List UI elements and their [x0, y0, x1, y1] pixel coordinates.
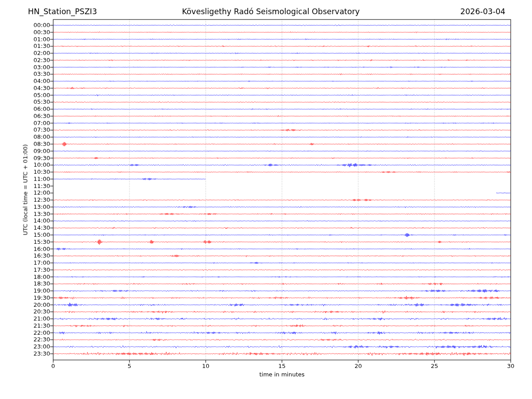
y-tick-label: 14:30: [13, 224, 50, 231]
y-tick-label: 06:00: [13, 106, 50, 113]
y-tick-label: 15:30: [13, 239, 50, 246]
y-tick-label: 16:30: [13, 252, 50, 259]
y-tick-label: 17:00: [13, 259, 50, 266]
x-tick-label: 20: [347, 363, 369, 370]
y-tick-label: 12:00: [13, 189, 50, 196]
y-tick-label: 07:00: [13, 120, 50, 127]
x-axis-label: time in minutes: [259, 371, 305, 378]
y-tick-label: 08:00: [13, 133, 50, 141]
y-tick-label: 04:00: [13, 78, 50, 85]
y-tick-label: 21:00: [13, 315, 50, 322]
x-tick-label: 30: [500, 363, 522, 370]
y-tick-label: 03:30: [13, 70, 50, 78]
y-tick-label: 13:00: [13, 203, 50, 211]
y-tick-label: 18:30: [13, 280, 50, 287]
observatory-title: Kövesligethy Radó Seismological Observat…: [138, 7, 404, 16]
y-tick-label: 02:30: [13, 57, 50, 64]
y-tick-label: 19:30: [13, 294, 50, 301]
y-tick-label: 04:30: [13, 85, 50, 92]
y-tick-label: 22:30: [13, 336, 50, 343]
y-tick-label: 14:00: [13, 217, 50, 224]
y-tick-label: 09:30: [13, 155, 50, 162]
y-tick-label: 20:30: [13, 308, 50, 315]
y-tick-label: 22:00: [13, 329, 50, 336]
y-tick-label: 05:00: [13, 92, 50, 99]
y-tick-label: 05:30: [13, 98, 50, 106]
y-tick-label: 07:30: [13, 126, 50, 133]
y-tick-label: 19:00: [13, 287, 50, 294]
y-tick-label: 11:30: [13, 183, 50, 190]
y-tick-label: 16:00: [13, 246, 50, 253]
y-tick-label: 08:30: [13, 141, 50, 148]
y-tick-label: 10:00: [13, 161, 50, 168]
x-tick-label: 10: [195, 363, 217, 370]
y-tick-label: 00:30: [13, 29, 50, 36]
y-tick-label: 01:30: [13, 43, 50, 50]
y-tick-label: 03:00: [13, 64, 50, 71]
y-tick-label: 06:30: [13, 113, 50, 120]
y-tick-label: 02:00: [13, 50, 50, 57]
y-tick-label: 18:00: [13, 274, 50, 281]
x-tick-label: 0: [42, 363, 64, 370]
x-tick-label: 15: [271, 363, 293, 370]
y-tick-label: 23:30: [13, 350, 50, 357]
y-tick-label: 12:30: [13, 196, 50, 203]
y-tick-label: 10:30: [13, 168, 50, 176]
y-tick-label: 13:30: [13, 211, 50, 218]
y-tick-label: 15:00: [13, 231, 50, 239]
x-tick-label: 25: [423, 363, 446, 370]
y-tick-label: 00:00: [13, 22, 50, 29]
date-label: 2026-03-04: [443, 7, 505, 16]
y-tick-label: 23:00: [13, 343, 50, 350]
y-tick-label: 17:30: [13, 266, 50, 274]
y-tick-label: 20:00: [13, 301, 50, 309]
y-tick-label: 11:00: [13, 176, 50, 183]
helicorder-canvas: [0, 0, 532, 399]
y-tick-label: 21:30: [13, 322, 50, 329]
y-tick-label: 01:00: [13, 36, 50, 43]
station-title: HN_Station_PSZI3: [28, 7, 97, 16]
helicorder-figure: HN_Station_PSZI3 Kövesligethy Radó Seism…: [0, 0, 532, 399]
y-tick-label: 09:00: [13, 148, 50, 155]
x-tick-label: 5: [118, 363, 141, 370]
